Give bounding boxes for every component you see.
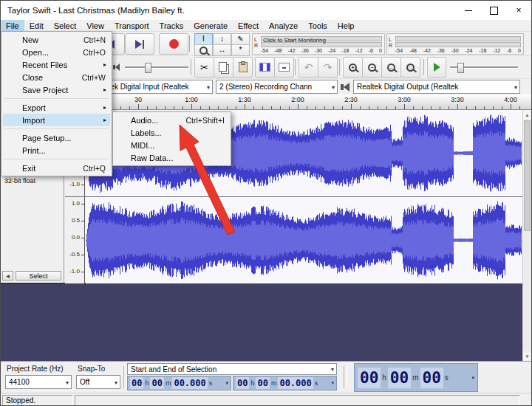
play-speed-handle[interactable] bbox=[457, 63, 464, 73]
play-speed-slider[interactable] bbox=[450, 66, 518, 69]
end-minutes[interactable]: 00 bbox=[256, 377, 269, 389]
draw-tool-button[interactable]: ✎ bbox=[231, 33, 250, 45]
fit-project-button[interactable]: □ bbox=[400, 57, 420, 78]
start-minutes[interactable]: 00 bbox=[150, 377, 163, 389]
maximize-button[interactable] bbox=[481, 1, 506, 20]
meter-monitor-text[interactable]: Click to Start Monitoring bbox=[263, 37, 326, 44]
end-seconds[interactable]: 00.000 bbox=[278, 377, 313, 389]
recording-channels-combo[interactable]: 2 (Stereo) Recording Chann ▾ bbox=[216, 80, 338, 94]
zoom-in-button[interactable]: + bbox=[343, 57, 363, 78]
menu-tools[interactable]: Tools bbox=[303, 20, 332, 31]
collapse-icon: ◀ bbox=[6, 273, 10, 278]
file-menu-item-open[interactable]: Open...Ctrl+O bbox=[3, 46, 110, 58]
undo-button[interactable]: ↶ bbox=[299, 57, 318, 78]
combo-arrow-icon: ▾ bbox=[115, 379, 117, 385]
record-button[interactable] bbox=[159, 33, 188, 55]
redo-button[interactable]: ↷ bbox=[318, 57, 338, 78]
snap-to-combo[interactable]: Off ▾ bbox=[76, 375, 120, 389]
menu-select[interactable]: Select bbox=[49, 20, 82, 31]
combo-arrow-icon: ▾ bbox=[66, 379, 69, 385]
paste-button[interactable] bbox=[233, 57, 253, 78]
trim-audio-button[interactable] bbox=[255, 57, 275, 78]
timeline-tick bbox=[245, 104, 245, 109]
start-seconds[interactable]: 00.000 bbox=[172, 377, 207, 389]
multi-tool-icon: * bbox=[239, 47, 242, 54]
menu-help[interactable]: Help bbox=[332, 20, 360, 31]
timeline-tick bbox=[466, 106, 467, 109]
selection-tool-button[interactable]: I bbox=[194, 33, 213, 45]
menu-effect[interactable]: Effect bbox=[233, 20, 264, 31]
toolbar-grip[interactable] bbox=[189, 35, 193, 52]
start-hours[interactable]: 00 bbox=[130, 377, 143, 389]
audio-position-field[interactable]: 00 h 00 m 00 s ▾ bbox=[354, 363, 478, 392]
file-menu-item-recent-files[interactable]: Recent Files▸ bbox=[3, 58, 110, 71]
combo-arrow-icon: ▾ bbox=[332, 83, 335, 90]
scrollbar-thumb[interactable] bbox=[524, 120, 531, 231]
project-rate-combo[interactable]: 44100 ▾ bbox=[5, 375, 72, 389]
menu-file[interactable]: File bbox=[1, 20, 24, 31]
zoom-tool-button[interactable] bbox=[194, 44, 213, 56]
envelope-tool-button[interactable]: ↕ bbox=[213, 33, 231, 45]
file-menu-item-new[interactable]: NewCtrl+N bbox=[3, 33, 110, 46]
file-menu-item-save-project[interactable]: Save Project▸ bbox=[3, 83, 110, 96]
submenu-arrow-icon: ▸ bbox=[103, 104, 106, 111]
recording-meter[interactable]: L R -54-48-42-36-30-24-18-12-60 Click to… bbox=[252, 33, 385, 55]
position-hours[interactable]: 00 bbox=[358, 368, 381, 388]
menu-transport[interactable]: Transport bbox=[109, 20, 154, 31]
fit-selection-button[interactable]: ↔ bbox=[381, 57, 401, 78]
playback-volume-slider[interactable] bbox=[125, 66, 188, 69]
menu-tracks[interactable]: Tracks bbox=[154, 20, 189, 31]
ruler-label: 0.5 bbox=[72, 218, 80, 224]
cut-button[interactable]: ✂ bbox=[194, 57, 214, 78]
zoom-out-button[interactable]: − bbox=[362, 57, 382, 78]
selection-start-field[interactable]: 00 h 00 m 00.000 s ▾ bbox=[127, 376, 231, 390]
field-dropdown-icon[interactable]: ▾ bbox=[471, 375, 474, 381]
file-menu-item-page-setup[interactable]: Page Setup... bbox=[3, 131, 110, 144]
file-menu-item-import[interactable]: Import▸ bbox=[3, 114, 110, 126]
multi-tool-button[interactable]: * bbox=[231, 44, 250, 56]
minimize-button[interactable] bbox=[456, 1, 481, 20]
time-shift-tool-button[interactable]: ↔ bbox=[213, 44, 231, 56]
import-submenu-item-audio[interactable]: Audio...Ctrl+Shift+I bbox=[115, 114, 229, 126]
menu-edit[interactable]: Edit bbox=[24, 20, 49, 31]
file-menu-item-close[interactable]: CloseCtrl+W bbox=[3, 71, 110, 83]
playback-meter[interactable]: L R -54-48-42-36-30-24-18-12-60 bbox=[386, 33, 524, 55]
timeline-tick bbox=[316, 106, 316, 109]
import-submenu-item-raw-data[interactable]: Raw Data... bbox=[115, 151, 229, 164]
playback-meter-bar-left bbox=[395, 36, 521, 41]
vertical-scrollbar[interactable]: ▲ ▼ bbox=[522, 110, 531, 361]
field-dropdown-icon[interactable]: ▾ bbox=[331, 380, 334, 386]
selection-mode-combo[interactable]: Start and End of Selection ▾ bbox=[127, 363, 337, 375]
collapse-track-button[interactable]: ◀ bbox=[2, 271, 13, 281]
playback-volume-handle[interactable] bbox=[145, 63, 151, 73]
file-menu-item-exit[interactable]: ExitCtrl+Q bbox=[3, 162, 110, 174]
menu-analyze[interactable]: Analyze bbox=[264, 20, 303, 31]
silence-audio-button[interactable] bbox=[274, 57, 294, 78]
waveform-right-channel[interactable] bbox=[86, 197, 524, 283]
skip-to-end-button[interactable] bbox=[125, 33, 154, 55]
position-minutes[interactable]: 00 bbox=[388, 368, 411, 388]
play-at-speed-button[interactable] bbox=[427, 57, 446, 78]
field-dropdown-icon[interactable]: ▾ bbox=[225, 380, 228, 386]
selection-end-field[interactable]: 00 h 00 m 00.000 s ▾ bbox=[233, 376, 337, 390]
position-seconds[interactable]: 00 bbox=[420, 368, 443, 388]
paste-icon bbox=[239, 62, 248, 72]
close-button[interactable]: × bbox=[506, 1, 531, 20]
timeline-tick bbox=[307, 106, 307, 109]
timeline-tick bbox=[360, 106, 361, 109]
timeline-tick bbox=[395, 106, 396, 109]
import-submenu-item-labels[interactable]: Labels... bbox=[115, 126, 229, 139]
copy-button[interactable] bbox=[214, 57, 233, 78]
file-menu-item-print[interactable]: Print... bbox=[3, 144, 110, 156]
end-hours[interactable]: 00 bbox=[236, 377, 249, 389]
track-select-button[interactable]: Select bbox=[16, 271, 61, 281]
scroll-down-button[interactable]: ▼ bbox=[523, 351, 531, 361]
menu-generate[interactable]: Generate bbox=[188, 20, 233, 31]
scroll-up-button[interactable]: ▲ bbox=[523, 110, 531, 120]
file-menu-item-export[interactable]: Export▸ bbox=[3, 101, 110, 114]
close-icon: × bbox=[516, 5, 521, 16]
import-submenu-item-midi[interactable]: MIDI... bbox=[115, 139, 229, 151]
menu-view[interactable]: View bbox=[81, 20, 109, 31]
playback-device-combo[interactable]: Realtek Digital Output (Realtek ▾ bbox=[353, 80, 520, 94]
toolbar-grip[interactable] bbox=[344, 366, 347, 388]
